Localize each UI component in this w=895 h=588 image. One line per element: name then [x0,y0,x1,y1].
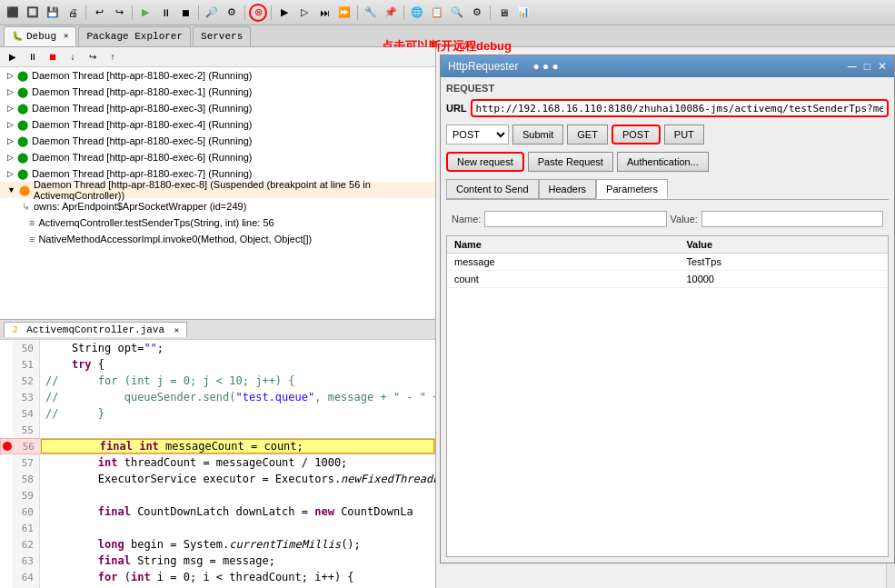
tab-servers[interactable]: Servers [193,26,251,46]
java-file-icon: J [12,324,18,335]
new-request-button[interactable]: New request [446,152,524,172]
post-button[interactable]: POST [612,125,661,145]
toolbar-btn-14[interactable]: ⏩ [335,4,353,22]
code-line-55: 55 [0,422,435,438]
paste-request-button[interactable]: Paste Request [528,152,613,172]
toolbar-btn-20[interactable]: ⚙ [468,4,486,22]
debug-stepover-btn[interactable]: ↪ [84,48,102,66]
toolbar-btn-12[interactable]: ▷ [295,4,313,22]
tab-package-explorer-label: Package Explorer [86,31,183,42]
sep3 [198,5,199,20]
toolbar-btn-5[interactable]: ↩ [90,4,108,22]
thread-item[interactable]: ▷ ⬤ Daemon Thread [http-apr-8180-exec-4]… [0,116,435,133]
authentication-button[interactable]: Authentication... [617,152,709,172]
toolbar-btn-3[interactable]: 💾 [44,4,62,22]
method-select[interactable]: POST GET PUT DELETE [446,125,509,145]
tab-debug[interactable]: 🐛 Debug ✕ [4,26,76,46]
debug-threads-section: ▶ ⏸ ⏹ ↓ ↪ ↑ ▷ ⬤ Daemon Thread [http-apr-… [0,47,435,320]
debug-icon: 🐛 [12,31,23,42]
thread-item[interactable]: ▷ ⬤ Daemon Thread [http-apr-8180-exec-5]… [0,133,435,149]
url-label: URL [446,103,467,114]
stack-frame-1[interactable]: ≡ ActivemqController.testSenderTps(Strin… [0,214,435,231]
sep6 [357,5,358,20]
breakpoint-marker [1,442,14,451]
toolbar-btn-run[interactable]: ▶ [136,4,154,22]
title-dots: ● ● ● [532,60,558,73]
toolbar-btn-10[interactable]: ⚙ [223,4,241,22]
sep2 [132,5,133,20]
code-line-62: 62 long begin = System.currentTimeMillis… [0,536,435,553]
http-minimize-btn[interactable]: ─ [848,59,857,74]
http-requester-title-bar: HttpRequester ● ● ● ─ □ ✕ [441,55,894,77]
code-line-50: 50 String opt=""; [0,340,435,356]
tab-close[interactable]: ✕ [174,326,179,335]
thread-item[interactable]: ▷ ⬤ Daemon Thread [http-apr-8180-exec-6]… [0,149,435,165]
tab-package-explorer[interactable]: Package Explorer [78,26,191,46]
toolbar-btn-6[interactable]: ↪ [110,4,128,22]
param-name-message: message [447,254,679,271]
debug-resume-btn[interactable]: ▶ [4,48,22,66]
toolbar-btn-4[interactable]: 🖨 [64,4,82,22]
name-field-input[interactable] [484,211,666,227]
thread-item[interactable]: ▷ ⬤ Daemon Thread [http-apr-8180-exec-1]… [0,84,435,100]
toolbar-btn-2[interactable]: 🔲 [24,4,42,22]
put-button[interactable]: PUT [664,125,704,145]
toolbar-btn-11[interactable]: ▶ [275,4,293,22]
name-field-label: Name: [452,214,481,224]
thread-item[interactable]: ▷ ⬤ Daemon Thread [http-apr-8180-exec-3]… [0,100,435,116]
thread-item-suspended[interactable]: ▼ ⬤ Daemon Thread [http-apr-8180-exec-8]… [0,182,435,198]
url-input[interactable] [471,99,889,117]
code-line-58: 58 ExecutorService executor = Executors.… [0,471,435,487]
param-value-message: TestTps [679,254,888,271]
toolbar-btn-9[interactable]: 🔎 [203,4,221,22]
params-table-area: Name Value message TestTps count 1 [446,235,889,557]
col-name-header: Name [447,236,679,254]
param-row-count[interactable]: count 10000 [447,271,888,288]
toolbar-btn-18[interactable]: 📋 [428,4,446,22]
stack-icon: ≡ [29,234,35,244]
tab-close-icon[interactable]: ✕ [64,31,68,41]
toolbar-btn-15[interactable]: 🔧 [362,4,380,22]
http-close-btn[interactable]: ✕ [878,60,887,73]
debug-stepreturn-btn[interactable]: ↑ [104,48,122,66]
value-field-input[interactable] [701,211,883,227]
toolbar-btn-7[interactable]: ⏸ [156,4,174,22]
stack-icon: ≡ [29,217,35,228]
code-line-63: 63 final String msg = message; [0,553,435,569]
toolbar-btn-1[interactable]: ⬛ [4,4,22,22]
debug-toolbar: ▶ ⏸ ⏹ ↓ ↪ ↑ [0,47,435,67]
debug-stepinto-btn[interactable]: ↓ [64,48,82,66]
code-line-59: 59 [0,487,435,503]
toolbar-btn-16[interactable]: 📌 [382,4,400,22]
toolbar-btn-17[interactable]: 🌐 [408,4,426,22]
stack-frame-2[interactable]: ≡ NativeMethodAccessorImpl.invoke0(Metho… [0,231,435,247]
tab-debug-label: Debug [26,31,56,42]
http-maximize-btn[interactable]: □ [864,60,870,73]
thread-run-icon: ⬤ [17,135,28,147]
toolbar-btn-19[interactable]: 🔍 [448,4,466,22]
tab-headers[interactable]: Headers [539,179,597,199]
debug-suspend-btn[interactable]: ⏸ [24,48,42,66]
param-row-message[interactable]: message TestTps [447,254,888,271]
debug-terminate-btn[interactable]: ⏹ [44,48,62,66]
code-editor: J ActivemqController.java ✕ 50 String op… [0,320,435,588]
thread-run-icon: ⬤ [17,70,28,82]
sep4 [244,5,245,20]
toolbar-btn-8[interactable]: ⏹ [176,4,194,22]
thread-run-icon: ⬤ [17,103,28,115]
tab-content-to-send[interactable]: Content to Send [446,179,539,199]
disconnect-debug-button[interactable]: ⊗ [249,4,267,22]
thread-run-icon: ⬤ [17,152,28,164]
submit-button[interactable]: Submit [512,125,563,145]
code-lines: 50 String opt=""; 51 try { 52 // for (in… [0,340,435,588]
tab-parameters[interactable]: Parameters [596,179,668,199]
toolbar-btn-21[interactable]: 🖥 [494,4,512,22]
thread-suspend-icon: ⬤ [19,184,30,196]
code-line-56: 56 final int messageCount = count; [0,438,435,454]
thread-item[interactable]: ▷ ⬤ Daemon Thread [http-apr-8180-exec-2]… [0,67,435,84]
tab-java-file[interactable]: J ActivemqController.java ✕ [4,322,187,337]
toolbar-btn-22[interactable]: 📊 [514,4,532,22]
method-row: POST GET PUT DELETE Submit GET POST PUT [446,125,889,145]
toolbar-btn-13[interactable]: ⏭ [315,4,333,22]
get-button[interactable]: GET [567,125,608,145]
